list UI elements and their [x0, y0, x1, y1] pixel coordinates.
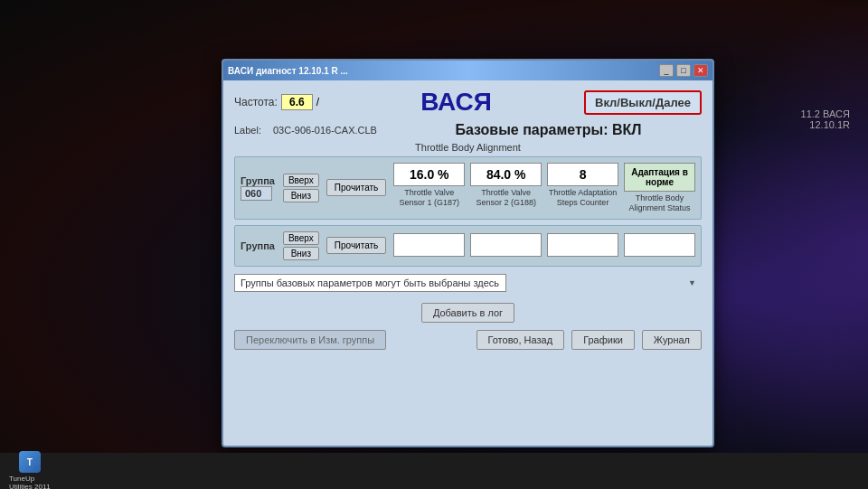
switch-group-button: Переключить в Изм. группы	[234, 330, 386, 350]
group2-read-button[interactable]: Прочитать	[326, 237, 387, 254]
group2-section: Группа Вверх Вниз Прочитать	[234, 225, 702, 267]
group1-label-1: Throttle ValveSensor 2 (G188)	[470, 188, 542, 208]
label-prefix: Label:	[234, 125, 266, 136]
group2-cell-0	[393, 233, 465, 259]
add-log-row: Добавить в лог	[234, 303, 702, 323]
freq-slash: /	[316, 96, 319, 108]
title-bar-controls: _ □ ✕	[659, 64, 708, 77]
group1-section: Группа 060 Вверх Вниз Прочитать 16.0 %	[234, 156, 702, 220]
maximize-button[interactable]: □	[676, 64, 691, 77]
group1-number: 060	[241, 186, 272, 201]
label-row: Label: 03C-906-016-CAX.CLB Базовые парам…	[234, 122, 702, 138]
desktop: 11.2 ВАСЯ 12.10.1R ВАСИ диагност 12.10.1…	[0, 0, 868, 489]
group1-down-button[interactable]: Вниз	[283, 189, 319, 202]
group1-cell-0: 16.0 % Throttle ValveSensor 1 (G187)	[393, 163, 465, 213]
group1-label-3: Throttle BodyAlignment Status	[624, 193, 695, 213]
title-bar-text: ВАСИ диагност 12.10.1 R ...	[228, 66, 348, 76]
taskbar: T TuneUp Utilities 2011	[0, 453, 868, 489]
taskbar-tuneup[interactable]: T TuneUp Utilities 2011	[9, 451, 51, 489]
group1-data-cells: 16.0 % Throttle ValveSensor 1 (G187) 84.…	[393, 163, 695, 213]
done-back-button[interactable]: Готово, Назад	[476, 330, 565, 350]
group1-buttons: Вверх Вниз	[283, 174, 319, 202]
background-glow	[687, 0, 868, 489]
title-bar: ВАСИ диагност 12.10.1 R ... _ □ ✕	[223, 61, 712, 80]
minimize-button[interactable]: _	[659, 64, 674, 77]
group2-cell-3	[624, 233, 695, 259]
group2-data-cells	[393, 233, 695, 259]
group1-label-2: Throttle AdaptationSteps Counter	[547, 188, 618, 208]
group1-value-1: 84.0 %	[470, 163, 542, 186]
vkl-vyikl-button[interactable]: Вкл/Выкл/Далее	[584, 90, 702, 115]
group2-cell-1	[470, 233, 542, 259]
tuneup-icon: T	[19, 451, 41, 473]
group1-value-0: 16.0 %	[393, 163, 465, 186]
dropdown-row: Группы базовых параметров могут быть выб…	[234, 274, 702, 292]
group2-up-button[interactable]: Вверх	[283, 231, 319, 245]
group2-value-1	[470, 233, 542, 257]
right-side-info: 11.2 ВАСЯ 12.10.1R	[801, 108, 850, 130]
group2-value-0	[393, 233, 465, 257]
group1-up-button[interactable]: Вверх	[283, 174, 319, 187]
group2-buttons: Вверх Вниз	[283, 231, 319, 260]
group1-value-2: 8	[547, 163, 618, 186]
group1-adapt-status: Адаптация в норме	[624, 163, 695, 192]
group2-label: Группа	[241, 240, 275, 251]
group1-label-0: Throttle ValveSensor 1 (G187)	[393, 188, 465, 208]
group1-row: Группа 060 Вверх Вниз Прочитать 16.0 %	[241, 163, 695, 213]
freq-label: Частота:	[234, 96, 278, 108]
group1-cell-2: 8 Throttle AdaptationSteps Counter	[547, 163, 618, 213]
version-info-line2: 12.10.1R	[801, 119, 850, 130]
tuneup-label: TuneUp Utilities 2011	[9, 475, 51, 489]
freq-value: 6.6	[281, 94, 313, 110]
add-log-button[interactable]: Добавить в лог	[421, 303, 514, 323]
group1-label: Группа	[241, 175, 275, 186]
version-info-line1: 11.2 ВАСЯ	[801, 108, 850, 119]
group2-row: Группа Вверх Вниз Прочитать	[241, 231, 695, 260]
group2-value-3	[624, 233, 695, 257]
dropdown-wrapper[interactable]: Группы базовых параметров могут быть выб…	[234, 274, 702, 292]
bottom-buttons-row: Переключить в Изм. группы Готово, Назад …	[234, 330, 702, 350]
main-dialog: ВАСИ диагност 12.10.1 R ... _ □ ✕ Частот…	[222, 59, 714, 447]
graphs-button[interactable]: Графики	[571, 330, 635, 350]
close-button[interactable]: ✕	[693, 64, 708, 77]
group2-value-2	[547, 233, 618, 257]
group2-cell-2	[547, 233, 618, 259]
dialog-content: Частота: 6.6 / ВАСЯ Вкл/Выкл/Далее Label…	[223, 80, 712, 357]
group2-down-button[interactable]: Вниз	[283, 247, 319, 260]
baz-params: Базовые параметры: ВКЛ	[395, 122, 702, 138]
group-select[interactable]: Группы базовых параметров могут быть выб…	[234, 274, 506, 292]
app-title: ВАСЯ	[328, 88, 584, 117]
journal-button[interactable]: Журнал	[642, 330, 702, 350]
group1-read-button[interactable]: Прочитать	[326, 179, 387, 196]
group1-cell-1: 84.0 % Throttle ValveSensor 2 (G188)	[470, 163, 542, 213]
throttle-align-label: Throttle Body Alignment	[234, 142, 702, 153]
label-value: 03C-906-016-CAX.CLB	[273, 125, 377, 136]
header-row: Частота: 6.6 / ВАСЯ Вкл/Выкл/Далее	[234, 88, 702, 117]
group1-cell-3: Адаптация в норме Throttle BodyAlignment…	[624, 163, 695, 213]
